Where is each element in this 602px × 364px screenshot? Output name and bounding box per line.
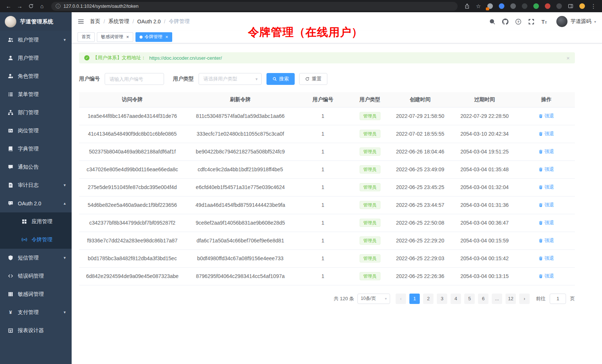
sidebar-item-8[interactable]: 审计日志▾ (0, 176, 72, 194)
sidebar-item-6[interactable]: 字典管理 (0, 140, 72, 158)
tab-1[interactable]: 敏感词管理× (97, 32, 133, 42)
created-time-cell: 2022-06-25 22:26:36 (389, 267, 451, 285)
user-type-select[interactable]: 请选择用户类型 ▾ (199, 73, 262, 85)
app-title: 芋道管理系统 (20, 18, 53, 25)
navbar-tools: ?TT 芋道源码 ▾ (489, 16, 596, 27)
back-icon[interactable]: ← (4, 2, 13, 11)
sidebar-item-label: 错误码管理 (18, 273, 44, 279)
breadcrumb-item-1[interactable]: 系统管理 (108, 18, 129, 25)
sidebar-item-10[interactable]: 应用管理 (0, 212, 72, 231)
reset-button[interactable]: 重置 (299, 73, 327, 85)
bookmark-star-icon[interactable]: ☆ (474, 2, 483, 11)
action-cell: 强退 (518, 143, 575, 161)
extensions-icon[interactable] (485, 2, 495, 11)
page-button-4[interactable]: 4 (451, 294, 461, 304)
app-logo[interactable]: 芋道管理系统 (0, 12, 72, 31)
breadcrumb-item-0[interactable]: 首页 (90, 18, 100, 25)
help-icon[interactable]: ? (515, 18, 522, 25)
next-page-button[interactable]: › (519, 294, 530, 304)
breadcrumb: 首页/系统管理/OAuth 2.0/令牌管理 (90, 18, 190, 25)
doc-alert: ✓ 【用户体系】文档地址： https://doc.iocoder.cn/use… (79, 52, 575, 63)
code-icon (7, 273, 13, 279)
user-menu[interactable]: 芋道源码 ▾ (556, 16, 596, 27)
force-logout-button[interactable]: 强退 (539, 130, 554, 137)
access-token-cell: 41c41346a548490f9dc8b01c6bfe0865 (79, 125, 186, 143)
close-icon[interactable]: × (566, 55, 570, 61)
delete-icon (539, 167, 543, 172)
sidebar-item-14[interactable]: 敏感词管理 (0, 285, 72, 303)
page-button-2[interactable]: 2 (423, 294, 433, 304)
refresh-icon (305, 77, 310, 81)
force-logout-button[interactable]: 强退 (539, 113, 554, 119)
sidebar-item-3[interactable]: 菜单管理 (0, 85, 72, 103)
forward-icon[interactable]: → (15, 2, 24, 11)
force-logout-button[interactable]: 强退 (539, 202, 554, 208)
red-extension-icon[interactable] (543, 2, 552, 11)
sidebar-item-7[interactable]: 通知公告 (0, 158, 72, 176)
sidebar-item-16[interactable]: 报表设计器 (0, 321, 72, 340)
delete-icon (539, 114, 543, 118)
url-bar[interactable]: i 127.0.0.1:1024/system/oauth2/token (51, 2, 458, 11)
green-extension-icon[interactable] (531, 2, 541, 11)
sidebar-item-15[interactable]: ¥支付管理▾ (0, 303, 72, 321)
sidebar-item-1[interactable]: 用户管理 (0, 49, 72, 67)
sidebar-item-5[interactable]: 岗位管理 (0, 122, 72, 140)
page-size-select[interactable]: 10条/页 ▾ (357, 294, 390, 304)
goto-page-input[interactable] (550, 294, 566, 304)
dark-extension-icon[interactable] (508, 2, 518, 11)
force-logout-button[interactable]: 强退 (539, 237, 554, 244)
tab-2[interactable]: 令牌管理× (135, 32, 173, 42)
sidebar-item-12[interactable]: 短信管理▾ (0, 249, 72, 267)
sidebar-menu: 租户管理▾用户管理角色管理菜单管理部门管理岗位管理字典管理通知公告审计日志▾OA… (0, 31, 72, 364)
force-logout-button[interactable]: 强退 (539, 166, 554, 173)
close-icon[interactable]: × (166, 34, 169, 39)
page-button-3[interactable]: 3 (437, 294, 447, 304)
access-token-cell: 1ea5e44f8bc1467aaede43144f31de76 (79, 107, 186, 125)
refresh-icon[interactable] (26, 2, 36, 11)
home-icon[interactable]: ⌂ (37, 2, 47, 11)
sidebar-item-9[interactable]: OAuth 2.0▴ (0, 194, 72, 212)
overflow-icon[interactable]: ⋮ (589, 2, 598, 11)
page-button-12[interactable]: 12 (506, 294, 516, 304)
close-icon[interactable]: × (126, 34, 129, 39)
prev-page-button[interactable]: ‹ (396, 294, 406, 304)
access-token-cell: 502375b8040a469a9b82188afdf6af1f (79, 143, 186, 161)
page-button-6[interactable]: 6 (478, 294, 488, 304)
user-id-input[interactable] (105, 73, 164, 85)
user-type-badge: 管理员 (360, 183, 380, 191)
split-view-icon[interactable] (566, 2, 575, 11)
force-logout-button[interactable]: 强退 (539, 184, 554, 191)
sidebar-item-13[interactable]: 错误码管理 (0, 267, 72, 285)
force-logout-button[interactable]: 强退 (539, 255, 554, 262)
sidebar-item-4[interactable]: 部门管理 (0, 103, 72, 122)
globe-extension-icon[interactable] (520, 2, 529, 11)
more-pages-button[interactable]: ... (492, 294, 502, 304)
blue-extension-icon[interactable] (497, 2, 506, 11)
user-id-cell: 1 (295, 267, 351, 285)
page-button-1[interactable]: 1 (409, 294, 420, 304)
page-button-5[interactable]: 5 (464, 294, 475, 304)
user-avatar (556, 16, 567, 27)
fullscreen-icon[interactable] (528, 18, 535, 25)
search-icon[interactable] (489, 18, 496, 25)
font-size-icon[interactable]: TT (541, 18, 548, 25)
share-icon[interactable] (462, 2, 472, 11)
search-button[interactable]: 搜索 (266, 73, 295, 85)
sidebar-item-0[interactable]: 租户管理▾ (0, 31, 72, 49)
paw-extension-icon[interactable] (554, 2, 564, 11)
sidebar-item-11[interactable]: 令牌管理 (0, 231, 72, 249)
doc-link[interactable]: https://doc.iocoder.cn/user-center/ (149, 55, 222, 61)
force-logout-button[interactable]: 强退 (539, 273, 554, 279)
delete-icon (539, 132, 543, 136)
github-icon[interactable] (502, 18, 509, 25)
info-icon[interactable]: i (56, 4, 60, 9)
user-type-cell: 管理员 (351, 214, 389, 232)
breadcrumb-item-2[interactable]: OAuth 2.0 (137, 19, 161, 24)
tab-0[interactable]: 首页 (78, 32, 95, 42)
profile-avatar-icon[interactable] (577, 2, 587, 11)
user-id-label: 用户编号 (79, 76, 100, 82)
force-logout-button[interactable]: 强退 (539, 148, 554, 155)
sidebar-item-2[interactable]: 角色管理 (0, 67, 72, 85)
hamburger-icon[interactable] (78, 18, 84, 25)
force-logout-button[interactable]: 强退 (539, 219, 554, 226)
